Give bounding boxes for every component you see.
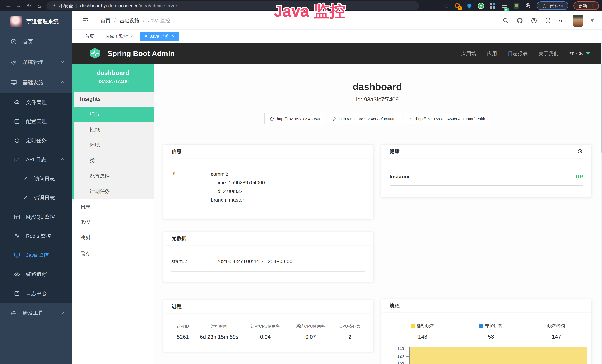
github-icon[interactable]	[517, 17, 523, 24]
sba-nav: 应用墙 应用 日志报表 关于我们 zh-CN	[461, 50, 590, 57]
page-tabs: 首页 Redis 监控 × Java 监控 ×	[72, 30, 602, 43]
extension-grid-icon[interactable]	[489, 2, 496, 9]
sidebar-item-file-management[interactable]: 文件管理	[0, 93, 72, 112]
sidebar-item-redis-monitor[interactable]: Redis 监控	[0, 226, 72, 246]
extension-leaf-icon[interactable]	[513, 2, 520, 9]
browser-menu-icon[interactable]: ⋮	[590, 3, 595, 9]
health-url-link[interactable]: http://192.168.0.2:48080/actuator/health	[404, 113, 490, 124]
sidebar-item-dev-tools[interactable]: 研发工具	[0, 303, 72, 323]
sba-item-environment[interactable]: 环境	[74, 137, 154, 153]
row-divider	[172, 271, 365, 272]
user-avatar[interactable]	[573, 15, 583, 27]
update-browser-button[interactable]: 更新 ⋮	[573, 1, 599, 10]
tab-redis-monitor[interactable]: Redis 监控 ×	[101, 32, 138, 41]
extension-orange-icon[interactable]: 1	[454, 2, 461, 9]
sba-nav-about[interactable]: 关于我们	[538, 50, 559, 57]
app-logo-row[interactable]: 芋道管理系统	[0, 11, 72, 32]
health-panel-body: Instance UP	[381, 158, 591, 197]
extension-onenote-icon[interactable]: on	[501, 2, 508, 9]
sidebar-item-error-logs[interactable]: 错误日志	[0, 188, 72, 207]
extensions-puzzle-icon[interactable]	[525, 2, 532, 9]
service-url-link[interactable]: http://192.168.0.2:48080/	[264, 113, 325, 124]
sidebar-item-scheduled-jobs[interactable]: 定时任务	[0, 131, 72, 150]
tab-home[interactable]: 首页	[80, 32, 99, 41]
sba-item-jvm[interactable]: JVM	[72, 214, 154, 230]
page-instance-id: Id: 93a3fc7f7409	[163, 96, 591, 103]
sidebar-item-home[interactable]: 首页	[0, 32, 72, 52]
sba-item-caches[interactable]: 缓存	[72, 246, 154, 261]
sidebar-item-label: 访问日志	[34, 175, 55, 182]
sba-item-scheduled-tasks[interactable]: 计划任务	[74, 183, 154, 199]
sba-item-details[interactable]: 细节	[74, 107, 154, 122]
scrollbar-thumb[interactable]	[601, 64, 602, 153]
sidebar-item-label: 首页	[23, 38, 33, 45]
collapse-sidebar-icon[interactable]	[82, 17, 89, 24]
tab-java-monitor[interactable]: Java 监控 ×	[140, 32, 179, 41]
search-icon[interactable]	[503, 17, 509, 24]
tab-label: 首页	[85, 33, 94, 39]
sidebar-item-system-management[interactable]: 系统管理	[0, 52, 72, 72]
git-branch-line: branch: master	[211, 196, 265, 204]
avatar-caret-icon[interactable]	[591, 20, 594, 22]
instance-header[interactable]: dashboard 93a3fc7f7409	[72, 64, 154, 92]
infrastructure-submenu: 文件管理 配置管理 定时任务 API 日志	[0, 93, 72, 303]
back-icon[interactable]: ←	[3, 0, 13, 11]
sidebar-item-java-monitor[interactable]: Java 监控	[0, 246, 72, 265]
breadcrumb-home[interactable]: 首页	[100, 17, 110, 24]
extension-y-icon[interactable]: y	[478, 3, 484, 9]
navbar-actions: tT	[503, 15, 594, 27]
chevron-up-icon	[60, 80, 65, 86]
sba-nav-wall[interactable]: 应用墙	[461, 50, 476, 57]
sidebar-item-api-logs[interactable]: API 日志	[0, 150, 72, 169]
val-cpus: 2	[333, 334, 366, 340]
sidebar-item-config-management[interactable]: 配置管理	[0, 112, 72, 131]
home-icon[interactable]: ⌂	[34, 0, 44, 11]
process-panel-body: 进程ID 运行时间 进程CPU使用率 系统CPU使用率 CPU核心数 5261 …	[163, 313, 373, 352]
sba-item-classes[interactable]: 类	[74, 153, 154, 168]
forward-icon[interactable]: →	[13, 0, 24, 11]
sba-item-mappings[interactable]: 映射	[72, 230, 154, 246]
close-icon[interactable]: ×	[172, 34, 174, 39]
locale-label: zh-CN	[569, 51, 583, 57]
close-icon[interactable]: ×	[130, 34, 133, 39]
locale-select[interactable]: zh-CN	[569, 51, 590, 57]
sidebar-item-infrastructure[interactable]: 基础设施	[0, 72, 72, 93]
bookmark-star-icon[interactable]: ☆	[443, 2, 449, 10]
sidebar-item-access-logs[interactable]: 访问日志	[0, 169, 72, 188]
sba-nav-journal[interactable]: 日志报表	[508, 50, 528, 57]
font-size-icon[interactable]: tT	[559, 17, 565, 24]
scrollbar[interactable]	[601, 43, 602, 364]
val-pid: 5261	[170, 334, 196, 340]
help-icon[interactable]	[531, 17, 537, 24]
sidebar-item-label: Java 监控	[26, 252, 49, 259]
insights-group: Insights 细节 性能 环境 类 配置属性 计划任务	[72, 92, 154, 199]
col-uptime: 运行时间	[196, 324, 243, 329]
admin-menu: 首页 系统管理 基础设施 文件管理	[0, 32, 72, 323]
extension-badge: 1	[458, 7, 462, 10]
legend-label: 活动线程	[417, 323, 434, 329]
sidebar-item-mysql-monitor[interactable]: MySQL 监控	[0, 207, 72, 226]
sba-item-metrics[interactable]: 性能	[74, 122, 154, 137]
sidebar-item-label: 日志中心	[26, 290, 47, 297]
sba-item-logs[interactable]: 日志	[72, 199, 154, 214]
sba-nav-applications[interactable]: 应用	[487, 50, 497, 57]
sidebar-item-tracing[interactable]: 链路追踪	[0, 265, 72, 284]
address-bar[interactable]: ⚠ 不安全 | dashboard.yudao.iocoder.cn/infra…	[46, 1, 419, 10]
actuator-url-link[interactable]: http://192.168.0.2:48080/actuator	[327, 113, 402, 124]
sidebar-item-label: 配置管理	[26, 118, 47, 125]
extension-pin-icon[interactable]	[466, 2, 473, 9]
url-host: dashboard.yudao.iocoder.cn	[80, 3, 139, 9]
paused-extension-pill[interactable]: ☺ 已暂停	[537, 1, 568, 10]
breadcrumb-current: Java 监控	[148, 17, 170, 24]
paused-label: 已暂停	[550, 3, 564, 9]
y-tick-label: 140	[397, 346, 404, 351]
reload-icon[interactable]: ↻	[24, 0, 34, 11]
instance-label: Instance	[389, 174, 411, 180]
history-icon[interactable]	[577, 148, 583, 154]
process-header-row: 进程ID 运行时间 进程CPU使用率 系统CPU使用率 CPU核心数	[170, 324, 366, 329]
breadcrumb-section[interactable]: 基础设施	[119, 17, 140, 24]
sba-item-config-props[interactable]: 配置属性	[74, 168, 154, 183]
fullscreen-icon[interactable]	[545, 17, 551, 24]
insights-group-title: Insights	[74, 92, 154, 107]
sidebar-item-log-center[interactable]: 日志中心	[0, 284, 72, 303]
